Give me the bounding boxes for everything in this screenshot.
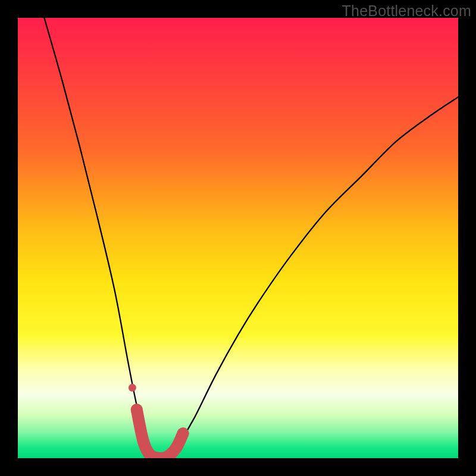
highlight-dot: [170, 441, 182, 453]
chart-plot-area: [18, 18, 458, 458]
highlight-dot: [131, 404, 143, 416]
outlier-dot: [129, 384, 136, 392]
watermark-text: TheBottleneck.com: [342, 2, 471, 20]
extra-markers: [129, 384, 136, 392]
chart-outer-frame: TheBottleneck.com: [0, 0, 476, 476]
chart-svg: [18, 18, 458, 458]
chart-background-gradient: [18, 18, 458, 458]
highlight-dot: [177, 428, 189, 440]
highlight-dot: [137, 436, 149, 447]
